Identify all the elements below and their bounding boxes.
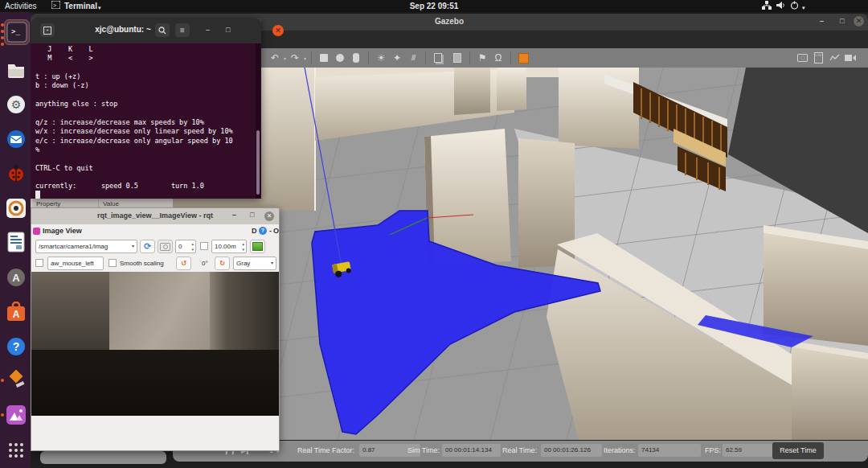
left-panel-footer [40,451,166,464]
rqt-close-icon[interactable]: ✕ [264,211,274,221]
smooth-scaling-checkbox[interactable] [108,259,117,267]
save-image-icon[interactable] [158,240,173,253]
spot-light-icon[interactable]: ✦ [391,51,403,64]
video-record-icon[interactable] [844,51,857,64]
search-icon[interactable] [155,23,170,37]
rotate-left-icon[interactable]: ↺ [176,257,191,270]
menu-icon[interactable]: ≡ [175,23,190,37]
camera-wall-center [109,272,210,350]
fps-value: 62.59 [723,444,772,457]
app-menu-terminal-icon: > [51,1,61,11]
smooth-scaling-label: Smooth scaling [120,260,164,267]
dock-software-center-icon[interactable]: A [4,265,28,289]
top-bar: Activities > Terminal ▾ Sep 22 09:51 ▾ [0,0,868,12]
app-menu-caret-icon: ▾ [98,2,101,13]
volume-icon[interactable] [776,1,786,11]
dock-terminal-icon[interactable]: >_ [4,19,30,45]
topic-select[interactable]: /smartcar/camera1/imag▾ [35,240,137,253]
dock-ubuntu-software-icon[interactable]: A [4,300,28,324]
snap-magnet-icon[interactable]: Ω [492,51,505,64]
power-icon[interactable] [790,1,799,11]
rqt-maximize-icon[interactable]: □ [250,211,254,219]
dock-app-grid-icon[interactable] [4,438,28,462]
dock-rhythmbox-icon[interactable] [4,196,28,220]
terminal-minimize-icon[interactable]: – [206,26,210,34]
sphere-icon[interactable] [334,51,346,64]
screenshot-image-icon[interactable] [250,240,265,253]
gazebo-close-icon[interactable]: ✕ [854,16,864,27]
value-column-header: Value [103,200,119,207]
rqt-title-bar[interactable]: rqt_image_view__ImageView - rqt – □ ✕ [31,208,279,224]
building-editor-icon[interactable] [517,51,530,64]
dock-settings-icon[interactable]: ⚙ [4,92,28,117]
dock-help-icon[interactable]: ? [4,335,28,359]
align-icon[interactable]: ⚑ [476,51,489,64]
dock-button[interactable]: D [252,227,257,235]
redo-icon[interactable]: ↷ [289,51,301,64]
dock-thunderbird-icon[interactable] [4,127,28,151]
app-menu[interactable]: Terminal [64,1,97,11]
real-time-value: 00 00:01:26.126 [541,444,602,457]
colormap-select[interactable]: Gray▾ [233,257,276,270]
box-icon[interactable] [317,51,330,64]
terminal-line: t : up (+z) [35,72,80,81]
plugin-title: Image View [43,227,82,235]
plot-icon[interactable] [828,51,841,64]
close-plugin-button[interactable]: O [273,227,279,235]
terminal-window: + xjc@ubuntu: ~ ≡ – □ ✕ J K L M < > t : … [31,18,261,199]
rqt-footer [31,416,279,450]
rqt-minimize-icon[interactable]: – [232,211,236,219]
terminal-close-icon[interactable]: ✕ [272,25,284,36]
image-view-plugin-header[interactable]: Image View D ? - O [31,224,279,239]
minimize-plugin-icon[interactable]: - [269,227,272,235]
undo-icon[interactable]: ↶ [268,51,281,64]
help-icon[interactable]: ? [259,227,267,235]
terminal-output[interactable]: J K L M < > t : up (+z) b : down (-z) an… [31,43,261,199]
terminal-cursor [35,191,40,199]
iterations-label: Iterations: [604,446,636,454]
terminal-line: CTRL-C to quit [35,164,93,173]
camera-wall-left [31,272,109,350]
gazebo-minimize-icon[interactable]: – [820,17,824,25]
mouse-topic-field[interactable]: aw_mouse_left [47,257,104,270]
dock-files-icon[interactable] [4,57,28,81]
sim-time-value: 00 00:01:14.134 [442,444,501,457]
directional-light-icon[interactable]: /// [407,51,420,64]
svg-text:⚙: ⚙ [11,98,22,111]
rtf-label: Real Time Factor: [297,446,354,454]
point-light-icon[interactable]: ☀ [375,51,387,64]
refresh-topics-icon[interactable]: ⟳ [140,240,155,253]
svg-text:>: > [53,2,56,8]
copy-icon[interactable] [432,51,444,64]
activities-button[interactable]: Activities [5,1,36,11]
mouse-click-checkbox[interactable] [35,259,43,267]
terminal-line: anything else : stop [35,100,117,109]
rotation-angle-label: 0° [202,260,208,267]
reset-time-button[interactable]: Reset Time [772,442,824,459]
camera-image-view[interactable] [31,272,279,416]
log-record-icon[interactable]: LOG [812,51,825,64]
rotate-right-icon[interactable]: ↻ [215,257,230,270]
terminal-maximize-icon[interactable]: □ [226,26,230,34]
dock-ladybug-icon[interactable] [4,162,28,186]
dock-image-viewer-icon[interactable] [4,403,28,427]
dock-diamond-app-icon[interactable] [4,368,28,392]
gazebo-maximize-icon[interactable]: □ [840,17,844,25]
terminal-scrollbar[interactable] [256,43,260,199]
clock[interactable]: Sep 22 09:51 [394,1,474,11]
svg-text:>_: >_ [11,27,20,35]
terminal-title-bar[interactable]: + xjc@ubuntu: ~ ≡ – □ ✕ [31,18,261,43]
range-spinbox[interactable]: 10.00m▴▾ [211,240,247,253]
terminal-line: b : down (-z) [35,81,89,90]
system-menu-caret-icon[interactable]: ▾ [802,2,805,13]
zoom-spinbox[interactable]: 0▴▾ [175,240,196,253]
terminal-line: J K L [35,45,93,54]
depth-checkbox[interactable] [200,242,208,250]
network-icon[interactable] [762,1,772,11]
cylinder-icon[interactable] [350,51,362,64]
screenshot-icon[interactable] [796,51,809,64]
terminal-line: w/x : increase/decrease only linear spee… [35,127,233,136]
property-column-header: Property [36,200,60,207]
dock-libreoffice-writer-icon[interactable] [4,230,28,254]
paste-icon[interactable] [451,51,464,64]
